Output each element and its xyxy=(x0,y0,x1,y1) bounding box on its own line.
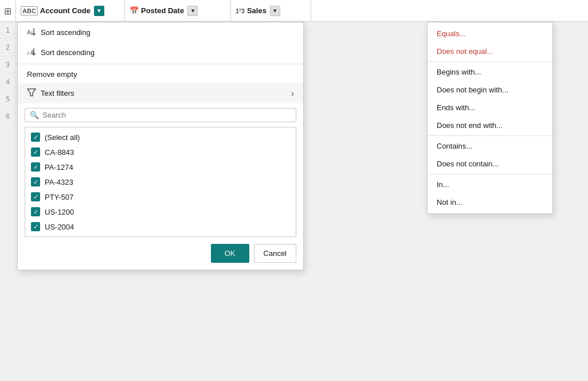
table-header: ⊞ ABC Account Code ▾ 📅 Posted Date ▾ 1²3… xyxy=(0,0,588,22)
sort-ascending-item[interactable]: A Z Sort ascending xyxy=(18,22,303,42)
svg-text:Z: Z xyxy=(27,51,30,55)
posted-date-label: Posted Date xyxy=(141,6,184,15)
sales-dropdown-btn[interactable]: ▾ xyxy=(270,6,280,16)
menu-divider-1 xyxy=(18,64,303,64)
row-num-4: 4 xyxy=(0,73,16,90)
checkbox-list: ✓ (Select all) ✓ CA-8843 ✓ PA-1274 ✓ PA-… xyxy=(25,127,296,237)
grid-icon-cell: ⊞ xyxy=(0,0,16,22)
filter-dropdown-menu: A Z Sort ascending Z A Sort descending R… xyxy=(17,22,304,270)
checkbox-pa-4323-box: ✓ xyxy=(31,177,40,186)
submenu-begins-with[interactable]: Begins with... xyxy=(428,63,552,81)
checkbox-ca-8843-box: ✓ xyxy=(31,147,40,157)
checkbox-ca-8843[interactable]: ✓ CA-8843 xyxy=(25,145,296,160)
remove-empty-label: Remove empty xyxy=(27,70,77,79)
search-input[interactable] xyxy=(42,111,291,119)
search-container: 🔍 xyxy=(18,103,303,127)
search-icon: 🔍 xyxy=(30,111,39,119)
checkbox-select-all[interactable]: ✓ (Select all) xyxy=(25,130,296,145)
checkbox-pa-4323[interactable]: ✓ PA-4323 xyxy=(25,174,296,189)
chevron-right-icon: › xyxy=(291,88,294,99)
checkbox-select-all-label: (Select all) xyxy=(45,133,80,142)
text-filters-left: Text filters xyxy=(27,88,75,99)
row-num-1: 1 xyxy=(0,22,16,38)
submenu-in[interactable]: In... xyxy=(428,176,552,193)
checkbox-us-1200-label: US-1200 xyxy=(45,208,74,216)
submenu-does-not-equal[interactable]: Does not equal... xyxy=(428,42,552,60)
sort-ascending-icon: A Z xyxy=(27,27,36,38)
checkbox-us-2004[interactable]: ✓ US-2004 xyxy=(25,219,296,234)
cancel-button[interactable]: Cancel xyxy=(254,244,296,263)
svg-marker-6 xyxy=(28,89,36,96)
submenu-does-not-begin-with[interactable]: Does not begin with... xyxy=(428,81,552,99)
sort-descending-item[interactable]: Z A Sort descending xyxy=(18,42,303,63)
row-num-6: 6 xyxy=(0,108,16,125)
search-input-wrapper: 🔍 xyxy=(25,108,296,122)
submenu-divider-1 xyxy=(428,61,552,62)
sales-icon: 1²3 xyxy=(236,7,245,14)
text-filters-icon xyxy=(27,88,36,99)
ok-button[interactable]: OK xyxy=(211,244,249,263)
checkbox-pa-1274-box: ✓ xyxy=(31,162,40,172)
footer-buttons: OK Cancel xyxy=(18,237,303,270)
row-num-5: 5 xyxy=(0,91,16,107)
text-filters-label: Text filters xyxy=(41,89,75,98)
submenu-divider-2 xyxy=(428,135,552,136)
account-code-header[interactable]: ABC Account Code ▾ xyxy=(16,0,125,21)
submenu-not-in[interactable]: Not in... xyxy=(428,193,552,211)
sort-descending-label: Sort descending xyxy=(41,48,95,57)
sales-label: Sales xyxy=(247,6,266,15)
text-filters-submenu: Equals... Does not equal... Begins with.… xyxy=(427,22,553,214)
checkbox-ca-8843-label: CA-8843 xyxy=(45,148,74,157)
checkbox-pa-1274-label: PA-1274 xyxy=(45,163,73,172)
checkbox-us-2004-box: ✓ xyxy=(31,222,40,231)
posted-date-dropdown-btn[interactable]: ▾ xyxy=(187,6,198,16)
submenu-equals[interactable]: Equals... xyxy=(428,25,552,42)
checkbox-pty-507-label: PTY-507 xyxy=(45,193,73,201)
sales-header[interactable]: 1²3 Sales ▾ xyxy=(231,0,311,21)
posted-date-header[interactable]: 📅 Posted Date ▾ xyxy=(125,0,231,21)
checkbox-pty-507-box: ✓ xyxy=(31,192,40,201)
text-filters-item[interactable]: Text filters › xyxy=(18,83,303,103)
submenu-does-not-end-with[interactable]: Does not end with... xyxy=(428,116,552,134)
checkbox-us-1200[interactable]: ✓ US-1200 xyxy=(25,204,296,219)
sort-descending-icon: Z A xyxy=(27,47,36,58)
sort-ascending-label: Sort ascending xyxy=(41,28,91,37)
account-code-type-icon: ABC xyxy=(21,6,38,15)
submenu-ends-with[interactable]: Ends with... xyxy=(428,99,552,116)
row-num-2: 2 xyxy=(0,39,16,56)
submenu-divider-3 xyxy=(428,174,552,174)
posted-date-icon: 📅 xyxy=(130,6,139,15)
checkbox-select-all-box: ✓ xyxy=(31,133,40,142)
grid-icon: ⊞ xyxy=(4,6,11,17)
checkbox-us-2004-label: US-2004 xyxy=(45,223,74,231)
checkbox-pty-507[interactable]: ✓ PTY-507 xyxy=(25,189,296,204)
checkbox-us-1200-box: ✓ xyxy=(31,207,40,216)
checkbox-pa-1274[interactable]: ✓ PA-1274 xyxy=(25,160,296,174)
row-num-3: 3 xyxy=(0,56,16,73)
checkbox-pa-4323-label: PA-4323 xyxy=(45,178,73,186)
submenu-contains[interactable]: Contains... xyxy=(428,137,552,155)
account-code-label: Account Code xyxy=(40,6,91,15)
remove-empty-item[interactable]: Remove empty xyxy=(18,65,303,83)
account-code-dropdown-btn[interactable]: ▾ xyxy=(94,6,104,16)
submenu-does-not-contain[interactable]: Does not contain... xyxy=(428,155,552,173)
